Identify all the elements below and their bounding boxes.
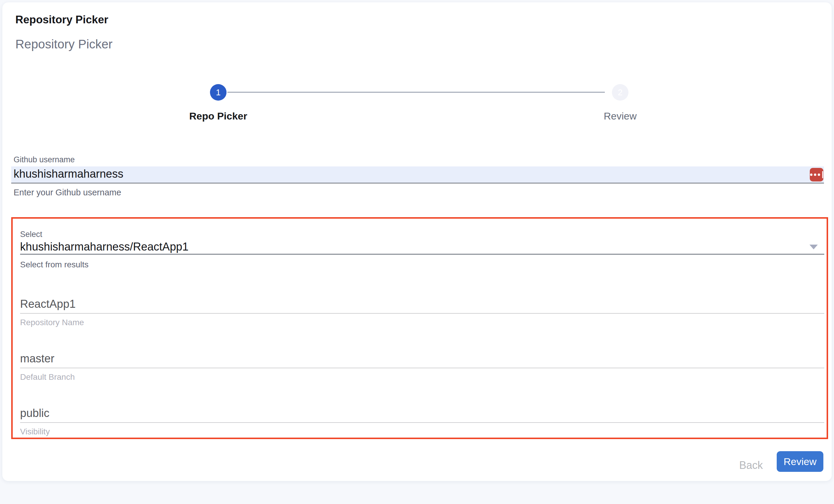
password-manager-icon-dot (810, 174, 812, 176)
repository-name-label: Repository Name (20, 318, 824, 327)
back-button[interactable]: Back (732, 456, 770, 475)
repository-picker-card: Repository Picker Repository Picker 1 2 … (2, 2, 832, 481)
step-2-label: Review (603, 110, 636, 122)
default-branch-field-group: master Default Branch (20, 352, 824, 379)
step-1-indicator[interactable]: 1 (210, 84, 226, 100)
visibility-value[interactable]: public (20, 407, 824, 423)
default-branch-value[interactable]: master (20, 352, 824, 368)
github-username-input[interactable] (11, 166, 824, 184)
chevron-down-icon[interactable] (810, 245, 818, 249)
review-button[interactable]: Review (777, 451, 824, 472)
repo-select-value: khushisharmaharness/ReactApp1 (20, 240, 189, 253)
default-branch-label: Default Branch (20, 372, 824, 382)
step-1-label: Repo Picker (189, 110, 247, 122)
github-username-label: Github username (14, 155, 75, 164)
repository-name-field-group: ReactApp1 Repository Name (20, 298, 824, 324)
repo-select-helper-text: Select from results (20, 260, 89, 269)
stepper-connector-line (227, 92, 605, 93)
page-title: Repository Picker (15, 14, 108, 26)
step-2-indicator[interactable]: 2 (612, 84, 629, 100)
repo-details-highlighted-section: Select khushisharmaharness/ReactApp1 Sel… (11, 217, 828, 439)
password-manager-icon-dot (818, 174, 820, 176)
password-manager-icon[interactable] (810, 168, 824, 182)
repo-select-label: Select (20, 230, 42, 239)
page-subtitle: Repository Picker (15, 37, 112, 51)
repository-name-value[interactable]: ReactApp1 (20, 298, 824, 314)
repo-select-dropdown[interactable]: khushisharmaharness/ReactApp1 (20, 240, 824, 255)
visibility-label: Visibility (20, 427, 824, 436)
visibility-field-group: public Visibility (20, 407, 824, 434)
password-manager-icon-dot (814, 174, 816, 176)
github-username-helper-text: Enter your Github username (14, 188, 121, 198)
password-manager-icon-bar (822, 171, 823, 178)
